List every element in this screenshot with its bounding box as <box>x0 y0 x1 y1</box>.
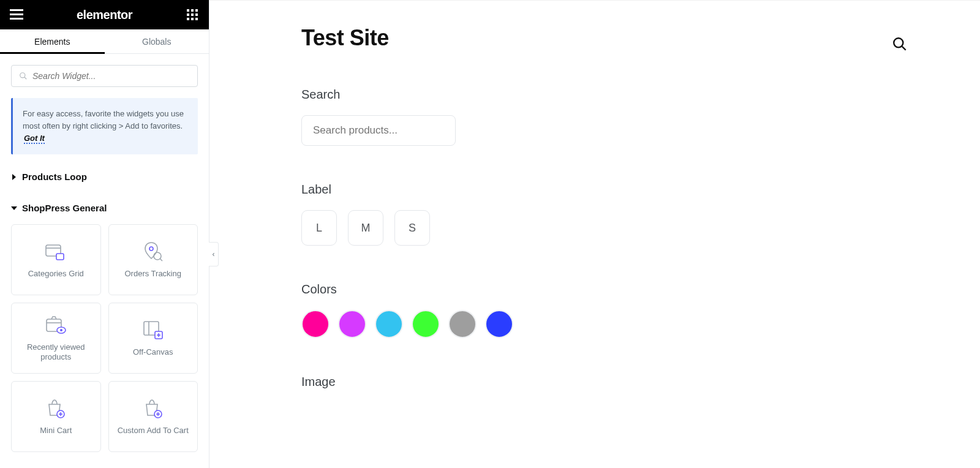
folder-grid-icon <box>45 241 67 263</box>
color-swatch-4[interactable] <box>448 310 477 338</box>
color-swatch-2[interactable] <box>375 310 403 338</box>
svg-rect-9 <box>187 18 189 20</box>
svg-rect-7 <box>191 13 194 16</box>
svg-rect-0 <box>10 9 23 11</box>
svg-rect-5 <box>195 9 198 12</box>
bag-plus-icon <box>142 398 164 420</box>
label-options: L M S <box>301 210 902 246</box>
label-option-l[interactable]: L <box>301 210 337 246</box>
section-header-shoppress-general[interactable]: ShopPress General <box>11 199 198 217</box>
tip-text: For easy access, favorite the widgets yo… <box>23 109 184 130</box>
apps-grid-icon[interactable] <box>186 8 199 21</box>
block-colors: Colors <box>301 282 902 338</box>
svg-rect-17 <box>56 254 64 260</box>
svg-line-36 <box>902 47 906 50</box>
block-title-search: Search <box>301 88 902 102</box>
svg-point-18 <box>149 247 153 251</box>
elementor-panel: elementor Elements Globals For easy acce… <box>0 0 209 468</box>
color-swatch-5[interactable] <box>485 310 513 338</box>
svg-line-20 <box>160 259 162 261</box>
site-header: Test Site <box>301 25 902 51</box>
widget-label: Categories Grid <box>28 269 84 279</box>
label-option-m[interactable]: M <box>348 210 383 246</box>
search-icon <box>19 72 28 80</box>
svg-marker-15 <box>11 206 17 210</box>
widget-grid: Categories Grid Orders Tracking Recently… <box>11 224 198 452</box>
svg-rect-2 <box>10 18 23 20</box>
widget-search[interactable] <box>11 65 198 87</box>
section-products-loop: Products Loop <box>11 168 198 186</box>
svg-marker-14 <box>12 174 16 180</box>
search-icon <box>892 36 908 52</box>
widget-label: Orders Tracking <box>125 269 181 279</box>
block-title-colors: Colors <box>301 282 902 296</box>
elementor-logo: elementor <box>77 8 132 22</box>
svg-rect-6 <box>187 13 189 16</box>
svg-rect-8 <box>195 13 198 16</box>
panel-plus-icon <box>142 319 164 341</box>
panel-body: For easy access, favorite the widgets yo… <box>0 54 209 468</box>
svg-point-23 <box>60 329 62 331</box>
block-image: Image <box>301 375 902 389</box>
color-swatch-1[interactable] <box>338 310 366 338</box>
svg-point-35 <box>894 38 903 47</box>
svg-point-12 <box>20 73 25 78</box>
block-label: Label L M S <box>301 183 902 246</box>
color-swatch-0[interactable] <box>301 310 330 338</box>
block-title-image: Image <box>301 375 902 389</box>
widget-label: Mini Cart <box>40 426 72 436</box>
chevron-down-icon <box>11 205 17 211</box>
chevron-right-icon <box>11 174 17 180</box>
tip-gotit[interactable]: Got It <box>24 134 45 144</box>
site-title: Test Site <box>301 25 389 51</box>
widget-custom-add-to-cart[interactable]: Custom Add To Cart <box>108 381 198 452</box>
bag-plus-icon <box>45 398 67 420</box>
panel-tabs: Elements Globals <box>0 29 209 54</box>
section-header-products-loop[interactable]: Products Loop <box>11 168 198 186</box>
product-search-input[interactable] <box>313 124 444 137</box>
location-search-icon <box>142 241 164 263</box>
site-search-toggle[interactable] <box>892 36 908 55</box>
svg-rect-10 <box>191 18 194 20</box>
section-shoppress-general: ShopPress General Categories Grid Orders… <box>11 199 198 452</box>
widget-label: Recently viewed products <box>17 342 96 363</box>
svg-rect-3 <box>187 9 189 12</box>
tab-elements[interactable]: Elements <box>0 29 105 53</box>
svg-rect-11 <box>195 18 198 20</box>
product-search[interactable] <box>301 115 456 146</box>
widget-label: Off-Canvas <box>133 347 173 357</box>
svg-line-13 <box>24 77 27 80</box>
widget-off-canvas[interactable]: Off-Canvas <box>108 303 198 374</box>
favorites-tip: For easy access, favorite the widgets yo… <box>11 98 198 154</box>
panel-header: elementor <box>0 0 209 29</box>
color-swatch-3[interactable] <box>412 310 440 338</box>
widget-mini-cart[interactable]: Mini Cart <box>11 381 101 452</box>
widget-recently-viewed[interactable]: Recently viewed products <box>11 303 101 374</box>
svg-rect-4 <box>191 9 194 12</box>
label-option-s[interactable]: S <box>394 210 430 246</box>
widget-search-input[interactable] <box>32 71 190 81</box>
svg-rect-1 <box>10 13 23 15</box>
tab-globals[interactable]: Globals <box>105 29 209 53</box>
widget-orders-tracking[interactable]: Orders Tracking <box>108 224 198 295</box>
section-title: Products Loop <box>22 172 87 182</box>
widget-label: Custom Add To Cart <box>118 426 189 436</box>
box-eye-icon <box>45 314 67 336</box>
color-swatches <box>301 310 902 338</box>
block-title-label: Label <box>301 183 902 197</box>
preview-canvas: Test Site Search Label L M S Colors <box>209 0 980 468</box>
section-title: ShopPress General <box>22 203 107 213</box>
hamburger-icon[interactable] <box>10 8 23 21</box>
block-search: Search <box>301 88 902 146</box>
widget-categories-grid[interactable]: Categories Grid <box>11 224 101 295</box>
